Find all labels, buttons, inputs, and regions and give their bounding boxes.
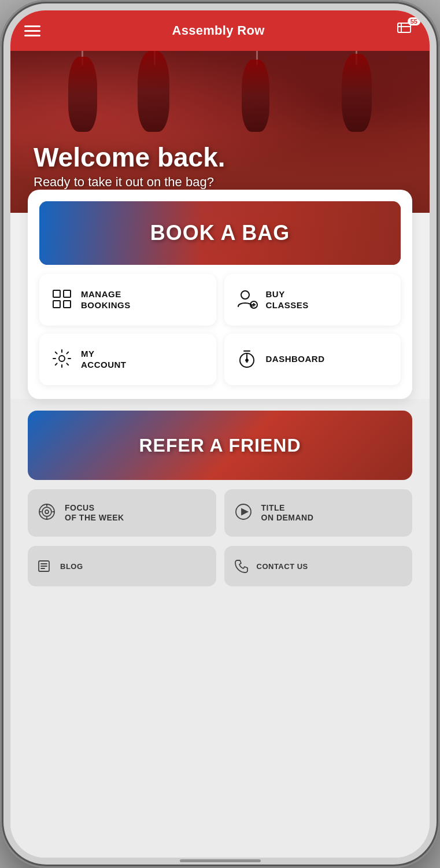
hero-subtitle: Ready to take it out on the bag?: [34, 175, 406, 190]
svg-rect-6: [64, 301, 71, 308]
svg-rect-4: [64, 290, 71, 297]
notification-button[interactable]: 55: [396, 21, 416, 40]
refer-label: REFER A FRIEND: [139, 435, 301, 456]
book-bag-label: BOOK A BAG: [150, 221, 290, 245]
notification-badge: 55: [408, 17, 420, 25]
header-title: Assembly Row: [172, 23, 264, 38]
svg-text:1: 1: [246, 359, 248, 363]
edit-icon: [37, 558, 53, 574]
menu-button[interactable]: [24, 25, 40, 36]
contact-us-label: CONTACT US: [257, 562, 308, 571]
focus-label: FOCUSOF THE WEEK: [65, 503, 124, 523]
user-plus-icon: [236, 288, 258, 312]
svg-point-11: [59, 356, 65, 361]
bottom-row: BLOG CONTACT US: [28, 546, 412, 586]
svg-point-17: [42, 507, 51, 516]
dashboard-label: DASHBOARD: [266, 354, 325, 365]
main-card: BOOK A BAG MANAGEBOOKINGS: [28, 190, 412, 399]
blog-label: BLOG: [60, 562, 83, 571]
play-circle-icon: [234, 502, 253, 524]
hero-section: Welcome back. Ready to take it out on th…: [10, 51, 430, 213]
timer-icon: 1: [236, 348, 258, 371]
punching-bag-2: [138, 51, 169, 132]
title-on-demand-label: TITLEON DEMAND: [261, 503, 314, 523]
contact-us-button[interactable]: CONTACT US: [224, 546, 413, 586]
grid-icon: [51, 288, 73, 312]
svg-point-7: [241, 291, 249, 299]
phone-icon: [234, 558, 250, 574]
refer-friend-button[interactable]: REFER A FRIEND: [28, 411, 412, 480]
punching-bag-3: [242, 60, 269, 132]
svg-marker-24: [242, 509, 247, 515]
actions-grid: MANAGEBOOKINGS BUYCLASSES: [39, 274, 401, 385]
settings-icon: [51, 348, 73, 371]
buy-classes-button[interactable]: BUYCLASSES: [224, 274, 401, 326]
my-account-label: MYACCOUNT: [81, 349, 127, 371]
svg-point-18: [45, 510, 49, 514]
blog-button[interactable]: BLOG: [28, 546, 216, 586]
phone-screen: Assembly Row 55 We: [10, 10, 430, 858]
punching-bag-4: [342, 54, 372, 132]
phone-frame: Assembly Row 55 We: [0, 0, 440, 868]
buy-classes-label: BUYCLASSES: [266, 289, 309, 311]
hero-text: Welcome back. Ready to take it out on th…: [34, 143, 406, 190]
my-account-button[interactable]: MYACCOUNT: [39, 334, 216, 385]
svg-rect-5: [53, 301, 60, 308]
svg-rect-3: [53, 290, 60, 297]
target-icon: [37, 502, 57, 524]
focus-of-week-button[interactable]: FOCUSOF THE WEEK: [28, 489, 216, 537]
svg-point-16: [39, 504, 54, 519]
content-area: REFER A FRIEND: [10, 399, 430, 858]
hero-welcome: Welcome back.: [34, 143, 406, 171]
book-bag-button[interactable]: BOOK A BAG: [39, 201, 401, 265]
manage-bookings-label: MANAGEBOOKINGS: [81, 289, 131, 311]
dashboard-button[interactable]: 1 DASHBOARD: [224, 334, 401, 385]
header: Assembly Row 55: [10, 10, 430, 51]
title-on-demand-button[interactable]: TITLEON DEMAND: [224, 489, 413, 537]
manage-bookings-button[interactable]: MANAGEBOOKINGS: [39, 274, 216, 326]
punching-bag-1: [68, 57, 97, 132]
bottom-tiles: FOCUSOF THE WEEK TITLEON DEMAND: [28, 489, 412, 537]
